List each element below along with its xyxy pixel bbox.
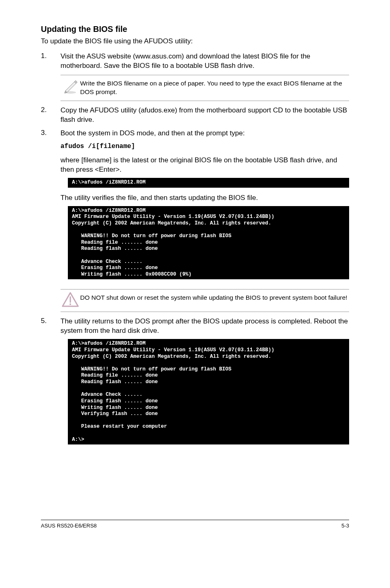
terminal-output-3: A:\>afudos /iZ8NRD12.ROM AMI Firmware Up… bbox=[68, 339, 349, 444]
step-5: 5. The utility returns to the DOS prompt… bbox=[41, 317, 349, 450]
terminal-output-1: A:\>afudos /iZ8NRD12.ROM bbox=[68, 178, 349, 188]
code-command: afudos /i[filename] bbox=[61, 142, 349, 151]
step-2: 2. Copy the AFUDOS utility (afudos.exe) … bbox=[41, 106, 349, 125]
step-text: The utility returns to the DOS prompt af… bbox=[61, 317, 348, 334]
step-3: 3. Boot the system in DOS mode, and then… bbox=[41, 129, 349, 285]
step-body: Boot the system in DOS mode, and then at… bbox=[61, 129, 349, 285]
svg-point-6 bbox=[69, 303, 71, 305]
page-footer: ASUS RS520-E6/ERS8 5-3 bbox=[41, 520, 349, 529]
step-number: 1. bbox=[41, 52, 61, 71]
section-heading: Updating the BIOS file bbox=[41, 25, 349, 34]
warning-no-shutdown: DO NOT shut down or reset the system whi… bbox=[61, 289, 349, 312]
terminal-output-2: A:\>afudos /iZ8NRD12.ROM AMI Firmware Up… bbox=[68, 206, 349, 280]
note-text: Write the BIOS filename on a piece of pa… bbox=[80, 78, 349, 97]
intro-text: To update the BIOS file using the AFUDOS… bbox=[41, 37, 349, 45]
step-number: 2. bbox=[41, 106, 61, 125]
step-number: 3. bbox=[41, 129, 61, 285]
step-text: where [filename] is the latest or the or… bbox=[61, 156, 337, 173]
svg-marker-1 bbox=[65, 82, 76, 92]
step-body: The utility returns to the DOS prompt af… bbox=[61, 317, 349, 450]
step-body: Visit the ASUS website (www.asus.com) an… bbox=[61, 52, 349, 71]
step-number: 5. bbox=[41, 317, 61, 450]
step-1: 1. Visit the ASUS website (www.asus.com)… bbox=[41, 52, 349, 71]
note-write-filename: Write the BIOS filename on a piece of pa… bbox=[61, 75, 349, 101]
warning-text: DO NOT shut down or reset the system whi… bbox=[80, 292, 349, 302]
footer-model: ASUS RS520-E6/ERS8 bbox=[41, 523, 97, 529]
pencil-icon bbox=[61, 78, 80, 94]
footer-page-number: 5-3 bbox=[341, 523, 349, 529]
warning-icon bbox=[61, 292, 80, 307]
step-text: The utility verifies the file, and then … bbox=[61, 194, 258, 202]
step-body: Copy the AFUDOS utility (afudos.exe) fro… bbox=[61, 106, 349, 125]
step-text: Boot the system in DOS mode, and then at… bbox=[61, 129, 245, 137]
